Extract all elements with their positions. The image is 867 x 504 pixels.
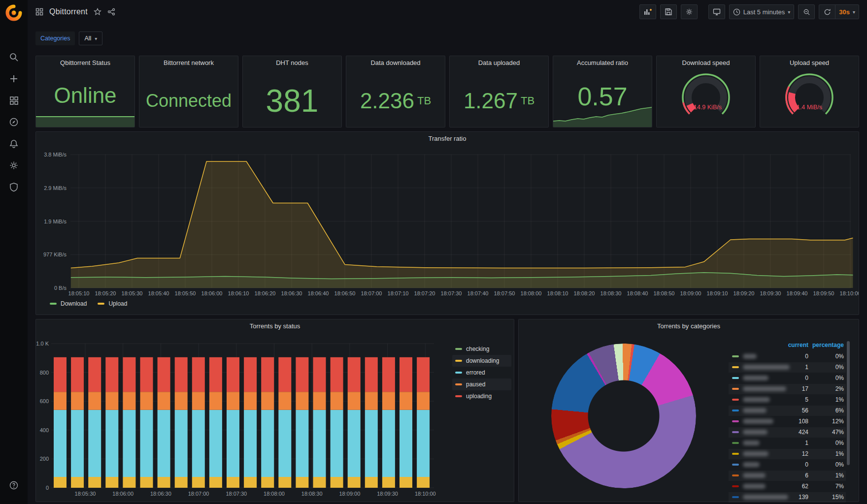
dashboard-settings-button[interactable] [681, 4, 698, 19]
legend-item-download[interactable]: Download [50, 300, 87, 307]
svg-text:18:09:00: 18:09:00 [680, 290, 701, 296]
grafana-dashboard: Qbittorrent Last 5 mi [0, 0, 867, 504]
legend-item-downloading[interactable]: downloading [452, 355, 511, 367]
sidebar [0, 0, 28, 504]
svg-text:18:05:50: 18:05:50 [175, 290, 196, 296]
panel-title[interactable]: Accumulated ratio [553, 56, 652, 70]
legend-color-dash[interactable] [732, 377, 739, 379]
category-current-value: 0 [745, 375, 808, 381]
legend-color-dash[interactable] [732, 453, 739, 455]
svg-text:18:09:30: 18:09:30 [760, 290, 781, 296]
svg-text:18:08:00: 18:08:00 [521, 290, 542, 296]
grafana-logo-icon[interactable] [5, 4, 23, 22]
categories-variable-select[interactable]: All ▾ [79, 32, 102, 45]
legend-color-dash [455, 360, 462, 362]
svg-text:800: 800 [40, 370, 49, 376]
chevron-down-icon: ▾ [95, 36, 97, 41]
gauge-value: 1.4 MiB/s [797, 104, 822, 111]
legend-color-dash[interactable] [732, 366, 739, 368]
legend-color-dash[interactable] [732, 474, 739, 476]
admin-shield-icon[interactable] [9, 182, 19, 192]
legend-color-dash[interactable] [732, 355, 739, 357]
refresh-interval-picker[interactable]: 30s ▾ [835, 4, 859, 19]
alerting-bell-icon[interactable] [9, 139, 19, 149]
svg-text:18:07:50: 18:07:50 [494, 290, 515, 296]
category-percentage-value: 0% [810, 440, 844, 446]
stat-unit: TB [417, 94, 431, 107]
zoom-out-time-button[interactable] [798, 4, 815, 19]
dashboard-title: Qbittorrent [49, 7, 88, 16]
panel-accumulated-ratio: Accumulated ratio 0.57 [553, 56, 652, 127]
table-header-percentage[interactable]: percentage [810, 342, 844, 348]
torrents-by-status-chart[interactable]: 02004006008001.0 K18:05:3018:06:0018:06:… [36, 319, 514, 502]
dashboards-icon[interactable] [9, 95, 19, 105]
legend-item-upload[interactable]: Upload [98, 300, 127, 307]
panel-torrents-by-status: Torrents by status 02004006008001.0 K18:… [35, 319, 514, 502]
transfer-ratio-chart[interactable]: 18:05:1018:05:2018:05:3018:05:4018:05:50… [36, 132, 859, 299]
legend-color-dash[interactable] [732, 431, 739, 433]
stat-value: 2.236 [360, 90, 414, 112]
svg-text:18:10:00: 18:10:00 [415, 491, 436, 497]
legend-color-dash[interactable] [732, 410, 739, 411]
legend-color-dash[interactable] [732, 442, 739, 444]
cycle-view-mode-button[interactable] [708, 4, 725, 19]
legend-color-dash[interactable] [732, 496, 739, 498]
legend-item-checking[interactable]: checking [452, 343, 511, 355]
panel-title[interactable]: Upload speed [760, 56, 859, 70]
legend-label: uploading [466, 393, 492, 400]
legend-color-dash[interactable] [732, 420, 739, 422]
legend-color-dash [455, 372, 462, 374]
panel-title[interactable]: Data downloaded [346, 56, 445, 70]
category-current-value: 12 [745, 450, 808, 457]
panel-title[interactable]: DHT nodes [243, 56, 341, 70]
submenu-row: Categories All ▾ [35, 32, 102, 45]
category-percentage-value: 0% [810, 364, 844, 371]
legend-color-dash [455, 383, 462, 385]
legend-color-dash[interactable] [732, 464, 739, 466]
stat-unit: TB [521, 94, 534, 107]
time-range-picker[interactable]: Last 5 minutes ▾ [729, 4, 795, 19]
category-current-value: 108 [745, 418, 808, 425]
configuration-gear-icon[interactable] [9, 160, 19, 170]
svg-text:18:05:30: 18:05:30 [122, 290, 143, 296]
share-icon[interactable] [107, 8, 115, 16]
stat-value: 381 [266, 85, 319, 117]
save-dashboard-button[interactable] [660, 4, 677, 19]
explore-compass-icon[interactable] [9, 117, 19, 127]
panel-title[interactable]: Download speed [657, 56, 755, 70]
svg-text:977 KiB/s: 977 KiB/s [43, 252, 67, 257]
svg-text:18:08:10: 18:08:10 [547, 290, 568, 296]
panel-transfer-ratio: Transfer ratio 18:05:1018:05:2018:05:301… [35, 131, 859, 315]
table-header-current[interactable]: current [745, 342, 808, 348]
legend-item-errored[interactable]: errored [452, 367, 511, 378]
legend-color-dash[interactable] [732, 388, 739, 390]
legend-color-dash[interactable] [732, 399, 739, 401]
category-current-value: 139 [745, 494, 808, 501]
legend-label: Upload [108, 300, 127, 307]
category-current-value: 0 [745, 461, 808, 468]
panel-title[interactable]: Bittorrent network [139, 56, 238, 70]
legend-label: checking [466, 346, 489, 352]
dashboard-grid-icon[interactable] [35, 8, 43, 16]
help-icon[interactable] [9, 480, 19, 490]
categories-variable-label[interactable]: Categories [35, 32, 75, 45]
category-current-value: 1 [745, 440, 808, 446]
svg-text:18:08:50: 18:08:50 [654, 290, 675, 296]
panel-title[interactable]: Qbittorrent Status [36, 56, 134, 70]
legend-item-paused[interactable]: paused [452, 378, 511, 390]
svg-text:600: 600 [40, 398, 49, 404]
panel-title[interactable]: Data uploaded [450, 56, 548, 70]
add-panel-button[interactable] [639, 4, 656, 19]
svg-text:0: 0 [46, 485, 49, 491]
create-plus-icon[interactable] [9, 74, 19, 84]
category-current-value: 56 [745, 407, 808, 414]
refresh-button[interactable] [819, 4, 835, 19]
panel-dht-nodes: DHT nodes 381 [242, 56, 342, 127]
legend-color-dash[interactable] [732, 485, 739, 487]
legend-label: Download [61, 300, 87, 307]
star-icon[interactable] [94, 8, 101, 16]
search-icon[interactable] [9, 52, 19, 62]
time-range-label: Last 5 minutes [743, 8, 785, 16]
legend-item-uploading[interactable]: uploading [452, 390, 511, 402]
table-scrollbar[interactable] [847, 341, 850, 465]
